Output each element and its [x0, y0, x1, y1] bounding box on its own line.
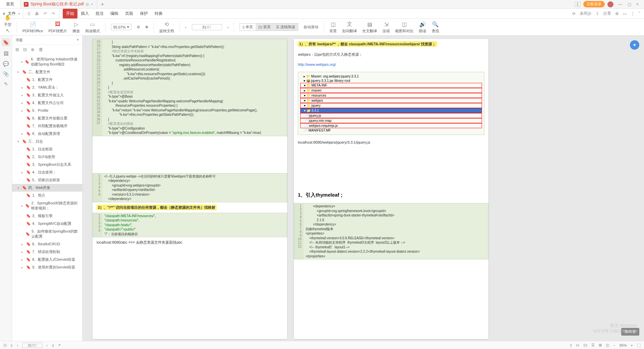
highlight-1: 1）、所有 /webjars/** ，都去 classpath:/META-IN…: [298, 41, 437, 47]
tab-insert[interactable]: 插入: [77, 9, 92, 18]
bookmark-item[interactable]: ▸🔖3、配置文件值注入: [12, 91, 82, 99]
collapse-icon[interactable]: ˆ: [639, 11, 640, 16]
rotate-button[interactable]: ⟲旋转文档: [159, 20, 174, 34]
minimize-icon[interactable]: —: [616, 2, 624, 7]
search-button[interactable]: 🔍查找: [432, 20, 439, 34]
sync-icon[interactable]: ⟳: [572, 11, 576, 16]
background-button[interactable]: ◫背景: [329, 20, 337, 34]
open-icon[interactable]: ⎙: [28, 11, 30, 16]
bookmark-item[interactable]: ▸🔖2、YAML语法：: [12, 84, 82, 91]
tab-comment[interactable]: 批注: [92, 9, 107, 18]
bookmark-item[interactable]: 🔖5、切换日志框架: [12, 176, 82, 184]
single-page-button[interactable]: ▯单页: [240, 23, 256, 31]
tab-convert[interactable]: 转换: [151, 9, 166, 18]
tab-page[interactable]: 页面: [122, 9, 137, 18]
page-indicator-fab[interactable]: 第31页: [621, 328, 639, 336]
play-button[interactable]: ▷播放: [72, 20, 80, 34]
share-icon[interactable]: ⇪: [596, 11, 599, 16]
bookmark-item[interactable]: ▸🔖4、配置文件占位符: [12, 99, 82, 107]
hand-tool[interactable]: ✋手型: [4, 14, 11, 27]
close-panel-icon[interactable]: ×: [77, 38, 79, 43]
bookmark-item[interactable]: 🔖3、模板引擎: [12, 212, 82, 220]
comment-rail-icon[interactable]: 💬: [3, 61, 9, 66]
home-tab[interactable]: 首页: [0, 0, 20, 8]
autoscroll-button[interactable]: 自动滚动: [304, 24, 318, 30]
new-tab-button[interactable]: +: [97, 1, 108, 7]
bookmark-item[interactable]: ▾🔖四、Web开发: [12, 184, 82, 192]
pdf2office-button[interactable]: 📄PDF转Office: [22, 20, 43, 34]
expand-all-icon[interactable]: ⊞: [15, 47, 19, 52]
bookmark-rail-icon[interactable]: 🔖: [2, 38, 10, 46]
rotate-icon: ⟲: [163, 20, 170, 28]
continuous-button[interactable]: ☰连续阅读: [273, 23, 298, 31]
footer-text: localhost:8080/abc === 去静态资源文件夹里面找abc: [93, 237, 287, 248]
tab-edit[interactable]: 编辑: [107, 9, 122, 18]
bookmark-item[interactable]: 🔖7、外部配置加载顺序: [12, 122, 82, 130]
signature-rail-icon[interactable]: ✎: [4, 81, 8, 87]
bookmark-item[interactable]: 🔖1、简介: [12, 192, 82, 199]
webjars-link[interactable]: http://www.webjars.org/: [298, 62, 336, 66]
tab-protect[interactable]: 保护: [137, 9, 151, 18]
full-translate-button[interactable]: ▤全文翻译: [362, 20, 377, 34]
play-icon: ▷: [72, 20, 80, 28]
read-aloud-button[interactable]: 🔊朗读: [419, 20, 426, 34]
bookmark-item[interactable]: ▸🔖7、错误处理机制: [12, 248, 82, 256]
undo-icon[interactable]: ↷: [52, 11, 55, 16]
more-icon[interactable]: ⋮: [631, 11, 635, 16]
close-icon[interactable]: ×: [634, 2, 641, 7]
bookmark-item[interactable]: ▸🔖4、日志使用；: [12, 168, 82, 176]
word-translate-button[interactable]: 文划词翻译: [342, 20, 357, 34]
bookmark-item[interactable]: ▸🔖8、配置嵌入式Servlet容器: [12, 256, 82, 263]
zoom-input[interactable]: 95.07%▾: [111, 24, 131, 30]
file-tab[interactable]: P Spring Boot核心技术-笔记.pdf ⧉ ×: [20, 0, 97, 8]
gear-icon[interactable]: ⚙: [615, 11, 619, 16]
bookmark-item[interactable]: 🔖4、SpringMVC自动配置: [12, 220, 82, 228]
share-label[interactable]: 分享: [603, 11, 611, 16]
delete-bookmark-icon[interactable]: 🗑: [39, 47, 43, 52]
assist-fab[interactable]: ✦: [630, 40, 639, 50]
print-icon[interactable]: ↶: [44, 11, 47, 16]
attachment-rail-icon[interactable]: 📎: [3, 71, 9, 77]
collapse-all-icon[interactable]: ⊟: [23, 47, 27, 52]
sync-label[interactable]: 未同步: [580, 11, 592, 16]
thumbnail-rail-icon[interactable]: 🖼: [4, 51, 8, 56]
tab-start[interactable]: 开始: [63, 9, 77, 18]
login-button[interactable]: 访客登录: [583, 1, 605, 7]
badge-num[interactable]: 1: [575, 2, 581, 7]
bookmark-item[interactable]: ▾🔖三、日志: [12, 138, 82, 145]
save-icon[interactable]: 🖶: [35, 11, 39, 16]
bookmark-item[interactable]: ▸🔖6、RestfulCRUD: [12, 240, 82, 248]
bookmark-item[interactable]: ▸🔖5、Profile: [12, 107, 82, 114]
maximize-icon[interactable]: ▢: [626, 2, 633, 7]
close-tab-icon[interactable]: ×: [91, 2, 93, 7]
bookmark-item[interactable]: ▸🔖2、SpringBoot对静态资源的映射规则；: [12, 199, 82, 212]
bookmark-item[interactable]: 🔖6、配置文件加载位置: [12, 114, 82, 122]
prev-page-icon[interactable]: ‹: [185, 25, 186, 29]
next-page-icon[interactable]: ›: [227, 25, 229, 29]
document-area[interactable]: 1516171819202122232425262728293031323334…: [83, 36, 644, 342]
bookmark-item[interactable]: 🔖1、日志框架: [12, 145, 82, 153]
bookmark-item[interactable]: 🔖3、SpringBoot日志关系: [12, 161, 82, 168]
bookmark-item[interactable]: ▸🔖8、自动配置原理: [12, 130, 82, 138]
zoom-in-icon[interactable]: ⊕: [145, 25, 148, 29]
double-page-button[interactable]: ▯▯双页: [256, 23, 273, 31]
popout-icon[interactable]: ⧉: [86, 2, 89, 7]
readmode-button[interactable]: ▭阅读模式: [85, 20, 100, 34]
bookmark-item[interactable]: 🔖2、SLF4j使用: [12, 153, 82, 161]
zoom-out-icon[interactable]: ⊖: [137, 25, 140, 29]
chevron-down-icon[interactable]: ▾: [18, 12, 20, 15]
compress-button[interactable]: ⇲压缩: [382, 20, 390, 34]
add-bookmark-icon[interactable]: ⊕: [31, 47, 35, 52]
bookmark-item[interactable]: ▸🔖9、使用外置的Servlet容器: [12, 263, 82, 271]
compare-button[interactable]: ◫截图和对比: [395, 20, 414, 34]
bookmark-tree: ▸🔖6、使用Spring Initializer快速创建Spring Boot项…: [12, 54, 82, 272]
window-icon[interactable]: ▭: [623, 11, 627, 16]
bookmark-item[interactable]: 🔖1、配置文件: [12, 76, 82, 84]
bookmark-item[interactable]: ▾🔖二、配置文件: [12, 68, 82, 76]
pdf2img-button[interactable]: 🖼PDF转图片: [49, 20, 67, 34]
avatar-icon[interactable]: [607, 1, 613, 7]
bookmark-item[interactable]: 🔖5、如何修改SpringBoot的默认配置: [12, 228, 82, 240]
page-input[interactable]: 31/87: [192, 24, 222, 30]
bookmark-item[interactable]: ▸🔖6、使用Spring Initializer快速创建Spring Boot项…: [12, 55, 82, 68]
double-icon: ▯▯: [258, 25, 262, 29]
